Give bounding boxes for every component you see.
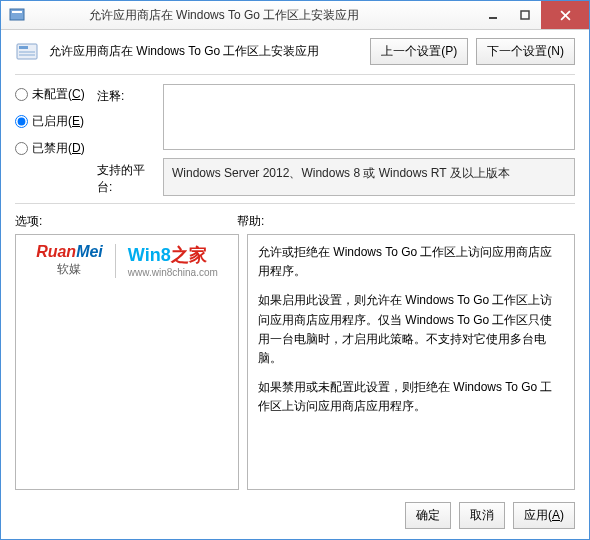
platform-value: Windows Server 2012、Windows 8 或 Windows … — [163, 158, 575, 196]
minimize-button[interactable] — [477, 1, 509, 29]
logo-divider — [115, 244, 116, 278]
window-title: 允许应用商店在 Windows To Go 工作区上安装应用 — [0, 7, 477, 24]
win8china-logo: Win8之家 www.win8china.com — [128, 243, 218, 278]
previous-setting-button[interactable]: 上一个设置(P) — [370, 38, 468, 65]
radio-enabled[interactable]: 已启用(E) — [15, 113, 87, 130]
svg-rect-2 — [489, 17, 497, 19]
watermark-logo: RuanMei 软媒 Win8之家 www.win8china.com — [36, 243, 218, 278]
svg-rect-3 — [521, 11, 529, 19]
radio-disabled[interactable]: 已禁用(D) — [15, 140, 87, 157]
panes-header: 选项: 帮助: — [1, 207, 589, 232]
svg-rect-7 — [19, 54, 35, 56]
ruanmei-logo: RuanMei 软媒 — [36, 243, 103, 278]
options-pane: RuanMei 软媒 Win8之家 www.win8china.com — [15, 234, 239, 490]
maximize-button[interactable] — [509, 1, 541, 29]
comment-textarea[interactable] — [163, 84, 575, 150]
config-area: 未配置(C) 已启用(E) 已禁用(D) 注释: 支持的平台: Windows … — [1, 78, 589, 200]
window-buttons — [477, 1, 589, 29]
radio-not-configured-input[interactable] — [15, 88, 28, 101]
help-label: 帮助: — [237, 213, 264, 230]
radio-disabled-input[interactable] — [15, 142, 28, 155]
separator-2 — [15, 203, 575, 204]
header-title: 允许应用商店在 Windows To Go 工作区上安装应用 — [49, 43, 360, 60]
svg-rect-5 — [19, 46, 28, 49]
policy-icon — [15, 40, 39, 64]
separator — [15, 74, 575, 75]
radio-not-configured-label: 未配置(C) — [32, 86, 85, 103]
ok-button[interactable]: 确定 — [405, 502, 451, 529]
svg-rect-6 — [19, 51, 35, 53]
cancel-button[interactable]: 取消 — [459, 502, 505, 529]
radio-not-configured[interactable]: 未配置(C) — [15, 86, 87, 103]
options-label: 选项: — [15, 213, 237, 230]
next-setting-button[interactable]: 下一个设置(N) — [476, 38, 575, 65]
panes: RuanMei 软媒 Win8之家 www.win8china.com 允许或拒… — [1, 232, 589, 494]
help-paragraph: 如果启用此设置，则允许在 Windows To Go 工作区上访问应用商店应用程… — [258, 291, 564, 368]
radio-enabled-label: 已启用(E) — [32, 113, 84, 130]
header-row: 允许应用商店在 Windows To Go 工作区上安装应用 上一个设置(P) … — [1, 30, 589, 71]
help-paragraph: 如果禁用或未配置此设置，则拒绝在 Windows To Go 工作区上访问应用商… — [258, 378, 564, 416]
help-pane[interactable]: 允许或拒绝在 Windows To Go 工作区上访问应用商店应用程序。 如果启… — [247, 234, 575, 490]
policy-editor-window: 允许应用商店在 Windows To Go 工作区上安装应用 允许应用商店在 W… — [0, 0, 590, 540]
radio-enabled-input[interactable] — [15, 115, 28, 128]
platform-label: 支持的平台: — [97, 158, 157, 196]
radio-disabled-label: 已禁用(D) — [32, 140, 85, 157]
titlebar: 允许应用商店在 Windows To Go 工作区上安装应用 — [1, 1, 589, 30]
comment-label: 注释: — [97, 84, 157, 150]
close-button[interactable] — [541, 1, 589, 29]
state-radio-group: 未配置(C) 已启用(E) 已禁用(D) — [15, 84, 87, 196]
footer: 确定 取消 应用(A) — [1, 494, 589, 539]
help-paragraph: 允许或拒绝在 Windows To Go 工作区上访问应用商店应用程序。 — [258, 243, 564, 281]
apply-button[interactable]: 应用(A) — [513, 502, 575, 529]
